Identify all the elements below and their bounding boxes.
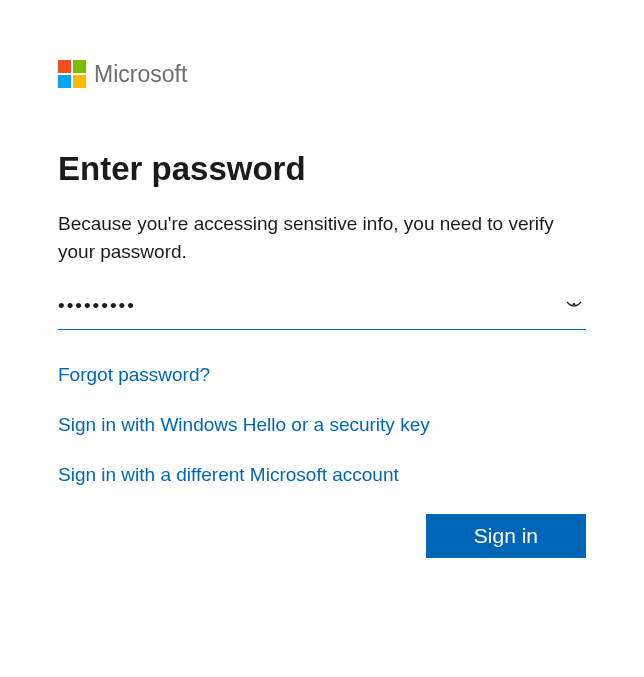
button-row: Sign in [58,514,586,558]
eye-icon [566,301,582,311]
password-field-row [58,293,586,330]
sign-in-button[interactable]: Sign in [426,514,586,558]
brand-name: Microsoft [94,61,187,88]
reveal-password-button[interactable] [562,297,586,315]
page-title: Enter password [58,150,586,188]
microsoft-logo-icon [58,60,86,88]
password-input[interactable] [58,293,562,319]
svg-point-0 [573,303,576,306]
instruction-text: Because you're accessing sensitive info,… [58,210,586,265]
different-account-link[interactable]: Sign in with a different Microsoft accou… [58,464,399,486]
windows-hello-link[interactable]: Sign in with Windows Hello or a security… [58,414,430,436]
brand-header: Microsoft [58,60,586,88]
forgot-password-link[interactable]: Forgot password? [58,364,210,386]
